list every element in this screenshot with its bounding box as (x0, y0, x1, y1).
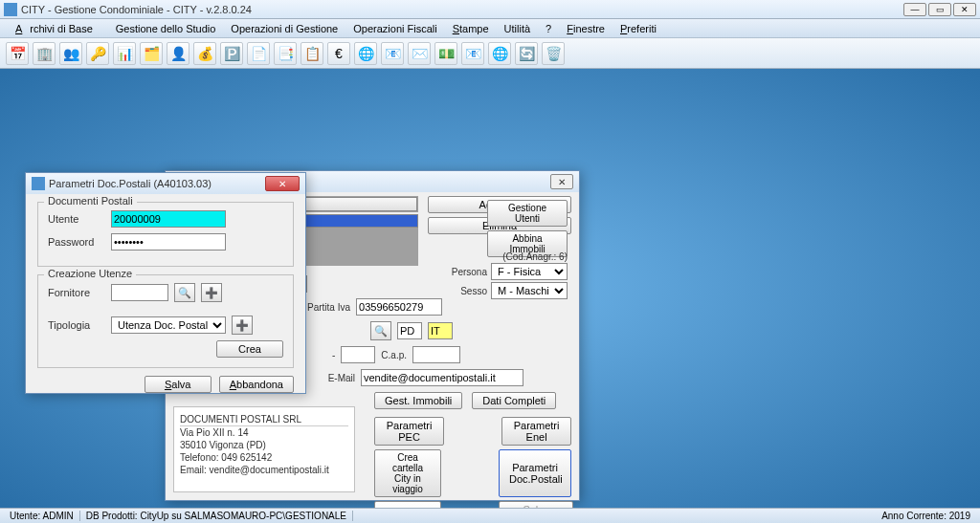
group-creazione-utenze: Creazione Utenze Fornitore 🔍 ➕ Tipologia… (37, 274, 294, 368)
menu-finestre[interactable]: Finestre (559, 23, 612, 34)
fornitore-add-button[interactable]: ➕ (201, 283, 222, 302)
persona-select[interactable]: F - Fisica (491, 263, 568, 280)
tb-cash-icon[interactable]: 💵 (434, 42, 457, 65)
tb-globe1-icon[interactable]: 🌐 (354, 42, 377, 65)
sb-anno: Anno Corrente: 2019 (876, 511, 976, 521)
main-window-close-button[interactable]: ✕ (550, 174, 573, 189)
sb-db: DB Prodotti: CityUp su SALMASOMAURO-PC\G… (80, 511, 353, 521)
tb-clipboard-icon[interactable]: 📋 (301, 42, 323, 65)
tipologia-label: Tipologia (48, 319, 105, 331)
tb-euro-icon[interactable]: € (327, 42, 350, 65)
parametri-enel-button[interactable]: Parametri Enel (501, 417, 571, 446)
detail-line4: Telefono: 049 625142 (180, 451, 348, 464)
tb-person-icon[interactable]: 👤 (167, 42, 189, 65)
tb-people-icon[interactable]: 👥 (59, 42, 82, 65)
dlg-close-button[interactable]: ✕ (265, 176, 300, 191)
nazione-field[interactable] (428, 322, 453, 339)
statusbar: Utente: ADMIN DB Prodotti: CityUp su SAL… (0, 508, 980, 523)
detail-summary: DOCUMENTI POSTALI SRL Via Pio XII n. 14 … (173, 406, 355, 492)
password-label: Password (48, 236, 105, 248)
detail-line1: DOCUMENTI POSTALI SRL (180, 413, 348, 426)
tb-folder-icon[interactable]: 🗂️ (140, 42, 163, 65)
dlg-icon (32, 177, 45, 190)
cod-anagr-label: (Cod.Anagr.: 6) (502, 251, 568, 262)
tipologia-select[interactable]: Utenza Doc. Postali (111, 316, 226, 334)
menu-archivi[interactable]: Archivi di Base (8, 23, 108, 34)
cap-field[interactable] (412, 346, 460, 363)
menu-preferiti[interactable]: Preferiti (612, 23, 664, 34)
group1-title: Documenti Postali (44, 195, 137, 207)
tb-calendar-icon[interactable]: 📅 (6, 42, 29, 65)
lookup-localita-button[interactable]: 🔍 (370, 321, 391, 340)
tb-building-icon[interactable]: 🏢 (33, 42, 56, 65)
sb-utente: Utente: ADMIN (4, 511, 80, 521)
group2-title: Creazione Utenze (44, 268, 136, 279)
menu-operazioni-fiscali[interactable]: Operazioni Fiscali (345, 23, 444, 34)
utente-field[interactable] (111, 210, 226, 228)
menu-help[interactable]: ? (538, 23, 559, 34)
crea-button[interactable]: Crea (216, 340, 283, 358)
tb-refresh-icon[interactable]: 🔄 (515, 42, 538, 65)
menu-gestione-studio[interactable]: Gestione dello Studio (108, 23, 224, 34)
tb-chart-icon[interactable]: 📊 (113, 42, 136, 65)
civico-field[interactable] (341, 346, 375, 363)
detail-line5: Email: vendite@documentipostali.it (180, 464, 348, 476)
sesso-label: Sesso (460, 286, 487, 296)
piva-field[interactable] (356, 298, 442, 316)
detail-line3: 35010 Vigonza (PD) (180, 439, 348, 451)
gest-immobili-button[interactable]: Gest. Immobili (374, 392, 462, 409)
menu-operazioni-gestione[interactable]: Operazioni di Gestione (223, 23, 345, 34)
menu-utilita[interactable]: Utilità (497, 23, 539, 34)
tb-doc2-icon[interactable]: 📑 (274, 42, 297, 65)
fornitore-label: Fornitore (48, 287, 105, 298)
salva-dlg-button[interactable]: Salva (145, 376, 212, 393)
dash-label: - (332, 350, 335, 360)
tb-envelope-icon[interactable]: ✉️ (408, 42, 431, 65)
sesso-select[interactable]: M - Maschio (491, 282, 568, 299)
menu-stampe[interactable]: Stampe (445, 23, 497, 34)
app-title: CITY - Gestione Condominiale - CITY - v.… (21, 4, 903, 15)
minimize-button[interactable]: — (903, 3, 926, 16)
gestione-utenti-button[interactable]: Gestione Utenti (487, 200, 568, 227)
app-icon (4, 3, 17, 16)
utente-label: Utente (48, 213, 105, 225)
tb-key-icon[interactable]: 🔑 (86, 42, 109, 65)
parametri-doc-postali-button[interactable]: Parametri Doc.Postali (499, 449, 571, 497)
abbandona-dlg-button[interactable]: Abbandona (219, 376, 294, 393)
dlg-titlebar: Parametri Doc.Postali (A40103.03) ✕ (26, 173, 305, 194)
piva-label: Partita Iva (307, 302, 350, 313)
tb-trash-icon[interactable]: 🗑️ (542, 42, 565, 65)
prov-field[interactable] (397, 322, 422, 339)
group-documenti-postali: Documenti Postali Utente Password (37, 202, 294, 267)
email-field[interactable] (361, 369, 523, 386)
dlg-title: Parametri Doc.Postali (A40103.03) (49, 178, 265, 189)
tb-mail1-icon[interactable]: 📧 (381, 42, 404, 65)
mdi-area: (DAM - A40103.01) ✕ Nome RL (0, 69, 980, 508)
cap-label: C.a.p. (381, 350, 407, 360)
password-field[interactable] (111, 233, 226, 251)
window-buttons: — ▭ ✕ (903, 3, 976, 16)
fornitore-field[interactable] (111, 284, 168, 301)
maximize-button[interactable]: ▭ (928, 3, 951, 16)
tipologia-add-button[interactable]: ➕ (232, 316, 253, 335)
menubar: Archivi di Base Gestione dello Studio Op… (0, 19, 980, 38)
parametri-pec-button[interactable]: Parametri PEC (374, 417, 444, 446)
tb-mail2-icon[interactable]: 📧 (461, 42, 484, 65)
tb-globe2-icon[interactable]: 🌐 (488, 42, 511, 65)
fornitore-lookup-button[interactable]: 🔍 (174, 283, 195, 302)
detail-line2: Via Pio XII n. 14 (180, 426, 348, 439)
app-titlebar: CITY - Gestione Condominiale - CITY - v.… (0, 0, 980, 19)
tb-parking-icon[interactable]: 🅿️ (220, 42, 243, 65)
dati-completi-button[interactable]: Dati Completi (472, 392, 556, 409)
toolbar: 📅 🏢 👥 🔑 📊 🗂️ 👤 💰 🅿️ 📄 📑 📋 € 🌐 📧 ✉️ 💵 📧 🌐… (0, 38, 980, 69)
parametri-docpostali-dialog: Parametri Doc.Postali (A40103.03) ✕ Docu… (25, 172, 306, 394)
close-button[interactable]: ✕ (953, 3, 976, 16)
persona-label: Persona (452, 267, 487, 277)
crea-cartella-button[interactable]: Crea cartella City in viaggio (374, 449, 441, 497)
tb-money-icon[interactable]: 💰 (193, 42, 216, 65)
tb-doc1-icon[interactable]: 📄 (247, 42, 270, 65)
